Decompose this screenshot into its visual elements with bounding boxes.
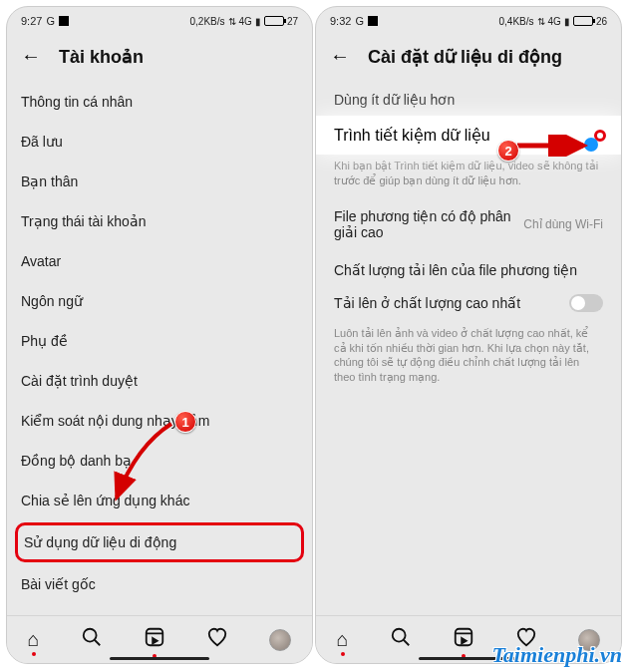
bottom-nav: ⌂ bbox=[7, 615, 312, 663]
back-arrow-icon[interactable]: ← bbox=[330, 45, 350, 68]
upload-quality-row[interactable]: Tải lên ở chất lượng cao nhất bbox=[334, 284, 603, 322]
page-title: Cài đặt dữ liệu di động bbox=[368, 46, 562, 68]
settings-list: Thông tin cá nhân Đã lưu Bạn thân Trạng … bbox=[7, 82, 312, 644]
status-bar: 9:32 G 0,4KB/s ⇅ 4G ▮ 26 bbox=[316, 7, 621, 35]
high-res-media-row[interactable]: File phương tiện có độ phân giải cao Chỉ… bbox=[334, 198, 603, 250]
section-header: Dùng ít dữ liệu hơn bbox=[334, 82, 603, 116]
back-arrow-icon[interactable]: ← bbox=[21, 45, 41, 68]
status-batt: 27 bbox=[287, 16, 298, 27]
upload-quality-description: Luôn tải lên ảnh và video ở chất lượng c… bbox=[334, 322, 603, 395]
list-item-cellular-data[interactable]: Sử dụng dữ liệu di động bbox=[15, 522, 304, 562]
status-speed: 0,2KB/s bbox=[190, 16, 225, 27]
annotation-badge-1: 1 bbox=[174, 411, 196, 433]
list-item[interactable]: Ngôn ngữ bbox=[21, 281, 298, 321]
data-saver-label: Trình tiết kiệm dữ liệu bbox=[334, 126, 490, 145]
status-net: G bbox=[355, 15, 364, 27]
annotation-badge-2: 2 bbox=[497, 140, 519, 162]
svg-line-1 bbox=[95, 640, 101, 646]
svg-point-0 bbox=[84, 629, 97, 642]
status-net: G bbox=[46, 15, 55, 27]
status-speed: 0,4KB/s bbox=[499, 16, 534, 27]
status-batt: 26 bbox=[596, 16, 607, 27]
annotation-arrow-1 bbox=[97, 416, 186, 510]
watermark: Taimienphi.vn bbox=[491, 642, 622, 668]
list-item[interactable]: Bài viết gốc bbox=[21, 564, 298, 604]
phone-right: 9:32 G 0,4KB/s ⇅ 4G ▮ 26 ← Cài đặt dữ li… bbox=[315, 6, 622, 664]
data-saver-description: Khi bạn bật Trình tiết kiệm dữ liệu, vid… bbox=[334, 155, 603, 198]
battery-icon bbox=[264, 16, 284, 26]
svg-line-5 bbox=[404, 640, 410, 646]
search-icon[interactable] bbox=[81, 626, 103, 653]
reels-icon[interactable] bbox=[453, 626, 474, 653]
list-item[interactable]: Avatar bbox=[21, 241, 298, 281]
reels-icon[interactable] bbox=[144, 626, 165, 653]
header: ← Cài đặt dữ liệu di động bbox=[316, 35, 621, 82]
status-app-icon bbox=[59, 16, 69, 26]
home-icon[interactable]: ⌂ bbox=[28, 628, 40, 651]
annotation-highlight-box bbox=[594, 130, 606, 142]
header: ← Tài khoản bbox=[7, 35, 312, 82]
status-sig: 4G bbox=[239, 16, 252, 27]
list-item[interactable]: Bạn thân bbox=[21, 162, 298, 201]
battery-icon bbox=[573, 16, 593, 26]
list-item[interactable]: Thông tin cá nhân bbox=[21, 82, 298, 122]
phone-left: 9:27 G 0,2KB/s ⇅ 4G ▮ 27 ← Tài khoản Thô… bbox=[6, 6, 313, 664]
svg-point-4 bbox=[393, 629, 406, 642]
upload-quality-toggle[interactable] bbox=[569, 294, 603, 312]
search-icon[interactable] bbox=[390, 626, 412, 653]
list-item[interactable]: Cài đặt trình duyệt bbox=[21, 361, 298, 401]
section-header: Chất lượng tải lên của file phương tiện bbox=[334, 250, 603, 284]
list-item[interactable]: Phụ đề bbox=[21, 321, 298, 361]
status-time: 9:32 bbox=[330, 15, 351, 27]
profile-avatar-icon[interactable] bbox=[269, 629, 291, 651]
heart-icon[interactable] bbox=[206, 626, 228, 653]
home-icon[interactable]: ⌂ bbox=[337, 628, 349, 651]
high-res-value: Chỉ dùng Wi-Fi bbox=[523, 217, 603, 231]
status-bar: 9:27 G 0,2KB/s ⇅ 4G ▮ 27 bbox=[7, 7, 312, 35]
list-item[interactable]: Đã lưu bbox=[21, 122, 298, 162]
home-indicator bbox=[110, 657, 209, 660]
upload-quality-label: Tải lên ở chất lượng cao nhất bbox=[334, 295, 520, 311]
list-item[interactable]: Trạng thái tài khoản bbox=[21, 201, 298, 241]
high-res-label: File phương tiện có độ phân giải cao bbox=[334, 208, 523, 240]
status-time: 9:27 bbox=[21, 15, 42, 27]
status-sig: 4G bbox=[548, 16, 561, 27]
status-app-icon bbox=[368, 16, 378, 26]
annotation-arrow-2 bbox=[515, 135, 593, 157]
page-title: Tài khoản bbox=[59, 46, 144, 68]
